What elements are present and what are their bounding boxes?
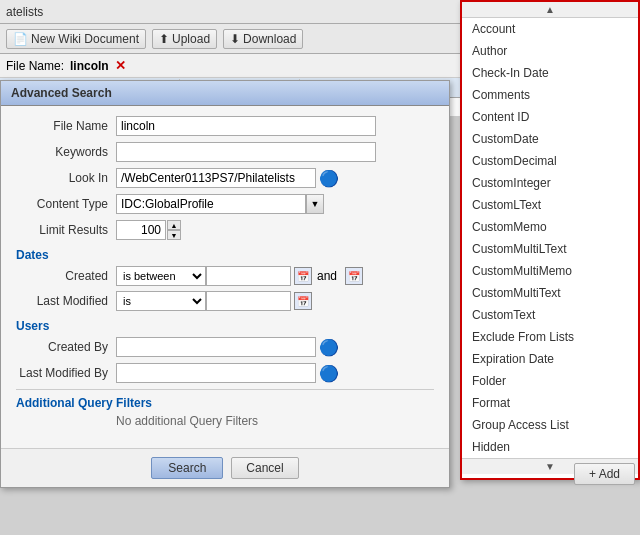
dropdown-item[interactable]: Group Access List [462,414,638,436]
dropdown-item[interactable]: Expiration Date [462,348,638,370]
dropdown-item[interactable]: CustomDate [462,128,638,150]
content-type-row: Content Type ▼ [16,194,434,214]
dropdown-item[interactable]: CustomDecimal [462,150,638,172]
filename-label: File Name: [6,59,64,73]
dropdown-list: AccountAuthorCheck-In DateCommentsConten… [462,18,638,458]
limit-results-label: Limit Results [16,223,116,237]
dates-section-header: Dates [16,248,434,262]
spin-down-button[interactable]: ▼ [167,230,181,240]
filter-dropdown-panel: ▲ AccountAuthorCheck-In DateCommentsCont… [460,0,640,480]
spin-up-button[interactable]: ▲ [167,220,181,230]
upload-icon: ⬆ [159,32,169,46]
calendar-icon-created-from[interactable]: 📅 [294,267,312,285]
content-type-wrapper: ▼ [116,194,324,214]
close-icon[interactable]: ✕ [115,58,126,73]
last-modified-by-row: Last Modified By 🔵 [16,363,434,383]
user-browse-icon-lastmod[interactable]: 🔵 [319,364,339,383]
keywords-input[interactable] [116,142,376,162]
filename-field-label: File Name [16,119,116,133]
download-button[interactable]: ⬇ Download [223,29,303,49]
created-condition-select[interactable]: is between is is before is after [116,266,206,286]
add-button[interactable]: + Add [574,463,635,485]
dropdown-item[interactable]: Account [462,18,638,40]
dialog-body: File Name Keywords Look In 🔵 Content Typ… [1,106,449,448]
cancel-button[interactable]: Cancel [231,457,298,479]
filename-value: lincoln [70,59,109,73]
and-label: and [317,269,337,283]
new-wiki-icon: 📄 [13,32,28,46]
created-row: Created is between is is before is after… [16,266,434,286]
dropdown-item[interactable]: CustomMultiMemo [462,260,638,282]
created-by-label: Created By [16,340,116,354]
limit-results-input[interactable] [116,220,166,240]
dropdown-item[interactable]: Content ID [462,106,638,128]
last-modified-by-label: Last Modified By [16,366,116,380]
users-section-header: Users [16,319,434,333]
calendar-icon-lastmod[interactable]: 📅 [294,292,312,310]
spin-buttons: ▲ ▼ [167,220,181,240]
add-button-row: + Add [574,463,635,485]
scroll-up-button[interactable]: ▲ [462,2,638,18]
last-modified-by-wrapper: 🔵 [116,363,339,383]
limit-results-row: Limit Results ▲ ▼ [16,220,434,240]
no-filters-text: No additional Query Filters [116,414,434,428]
advanced-search-dialog: Advanced Search File Name Keywords Look … [0,80,450,488]
content-type-input[interactable] [116,194,306,214]
dropdown-item[interactable]: Format [462,392,638,414]
last-modified-condition-select[interactable]: is is between is before is after [116,291,206,311]
dialog-title: Advanced Search [1,81,449,106]
download-icon: ⬇ [230,32,240,46]
keywords-row: Keywords [16,142,434,162]
created-by-input[interactable] [116,337,316,357]
search-button[interactable]: Search [151,457,223,479]
user-browse-icon-created[interactable]: 🔵 [319,338,339,357]
dialog-footer: Search Cancel [1,448,449,487]
last-modified-label: Last Modified [16,294,116,308]
created-from-input[interactable] [206,266,291,286]
upload-button[interactable]: ⬆ Upload [152,29,217,49]
filename-field[interactable] [116,116,376,136]
limit-results-spinner: ▲ ▼ [116,220,181,240]
dropdown-item[interactable]: CustomMultiLText [462,238,638,260]
created-by-wrapper: 🔵 [116,337,339,357]
last-modified-row: Last Modified is is between is before is… [16,291,434,311]
additional-filters-section: Additional Query Filters No additional Q… [16,389,434,438]
last-modified-by-input[interactable] [116,363,316,383]
browse-icon[interactable]: 🔵 [319,169,339,188]
lookin-row: Look In 🔵 [16,168,434,188]
created-label: Created [16,269,116,283]
dropdown-item[interactable]: CustomMemo [462,216,638,238]
dropdown-item[interactable]: Hidden [462,436,638,458]
content-type-dropdown-button[interactable]: ▼ [306,194,324,214]
dropdown-item[interactable]: Folder [462,370,638,392]
calendar-icon-created-to[interactable]: 📅 [345,267,363,285]
additional-filters-title: Additional Query Filters [16,396,434,410]
lookin-input[interactable] [116,168,316,188]
dropdown-item[interactable]: CustomInteger [462,172,638,194]
created-by-row: Created By 🔵 [16,337,434,357]
keywords-label: Keywords [16,145,116,159]
dropdown-item[interactable]: CustomText [462,304,638,326]
dropdown-item[interactable]: Exclude From Lists [462,326,638,348]
dropdown-item[interactable]: CustomLText [462,194,638,216]
dropdown-item[interactable]: CustomMultiText [462,282,638,304]
dropdown-item[interactable]: Author [462,40,638,62]
lookin-label: Look In [16,171,116,185]
lookin-wrapper: 🔵 [116,168,339,188]
dropdown-item[interactable]: Comments [462,84,638,106]
content-type-label: Content Type [16,197,116,211]
dropdown-item[interactable]: Check-In Date [462,62,638,84]
last-modified-input[interactable] [206,291,291,311]
new-wiki-button[interactable]: 📄 New Wiki Document [6,29,146,49]
filename-row: File Name [16,116,434,136]
